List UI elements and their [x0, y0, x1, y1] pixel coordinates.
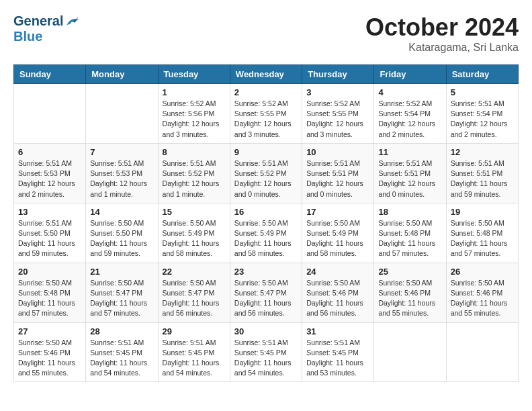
calendar-cell: [446, 322, 518, 382]
calendar-cell: 11Sunrise: 5:51 AM Sunset: 5:51 PM Dayli…: [374, 143, 446, 203]
calendar-cell: 6Sunrise: 5:51 AM Sunset: 5:53 PM Daylig…: [14, 143, 86, 203]
weekday-header-row: SundayMondayTuesdayWednesdayThursdayFrid…: [14, 65, 519, 84]
day-number: 3: [306, 87, 369, 97]
day-info: Sunrise: 5:50 AM Sunset: 5:47 PM Dayligh…: [234, 278, 298, 319]
weekday-header-monday: Monday: [86, 65, 158, 84]
weekday-header-thursday: Thursday: [302, 65, 374, 84]
day-info: Sunrise: 5:50 AM Sunset: 5:48 PM Dayligh…: [18, 278, 81, 319]
weekday-header-sunday: Sunday: [14, 65, 86, 84]
day-number: 9: [234, 147, 298, 157]
calendar-cell: 3Sunrise: 5:52 AM Sunset: 5:55 PM Daylig…: [302, 84, 374, 144]
day-info: Sunrise: 5:51 AM Sunset: 5:54 PM Dayligh…: [451, 99, 514, 140]
calendar-cell: 18Sunrise: 5:50 AM Sunset: 5:48 PM Dayli…: [374, 203, 446, 263]
day-info: Sunrise: 5:51 AM Sunset: 5:52 PM Dayligh…: [163, 158, 226, 199]
day-info: Sunrise: 5:52 AM Sunset: 5:54 PM Dayligh…: [378, 99, 441, 140]
day-info: Sunrise: 5:52 AM Sunset: 5:55 PM Dayligh…: [234, 99, 298, 140]
day-number: 18: [378, 207, 441, 217]
calendar-cell: [14, 84, 86, 144]
calendar-cell: 7Sunrise: 5:51 AM Sunset: 5:53 PM Daylig…: [86, 143, 158, 203]
day-info: Sunrise: 5:51 AM Sunset: 5:51 PM Dayligh…: [306, 158, 369, 199]
day-info: Sunrise: 5:51 AM Sunset: 5:51 PM Dayligh…: [451, 158, 514, 199]
day-number: 5: [451, 87, 514, 97]
calendar-cell: 9Sunrise: 5:51 AM Sunset: 5:52 PM Daylig…: [230, 143, 302, 203]
day-info: Sunrise: 5:50 AM Sunset: 5:47 PM Dayligh…: [163, 278, 226, 319]
day-number: 4: [378, 87, 441, 97]
title-block: October 2024 Kataragama, Sri Lanka: [365, 13, 519, 54]
calendar-cell: 22Sunrise: 5:50 AM Sunset: 5:47 PM Dayli…: [158, 263, 230, 322]
calendar-cell: 12Sunrise: 5:51 AM Sunset: 5:51 PM Dayli…: [446, 143, 518, 203]
day-number: 12: [451, 147, 514, 157]
day-number: 7: [90, 147, 153, 157]
day-number: 13: [18, 207, 81, 217]
day-number: 2: [234, 87, 298, 97]
calendar-cell: 1Sunrise: 5:52 AM Sunset: 5:56 PM Daylig…: [158, 84, 230, 144]
week-row-5: 27Sunrise: 5:50 AM Sunset: 5:46 PM Dayli…: [14, 322, 519, 382]
day-number: 14: [90, 207, 153, 217]
logo-blue: Blue: [13, 29, 42, 44]
calendar-cell: 26Sunrise: 5:50 AM Sunset: 5:46 PM Dayli…: [446, 263, 518, 322]
calendar-cell: 31Sunrise: 5:51 AM Sunset: 5:45 PM Dayli…: [302, 322, 374, 382]
day-info: Sunrise: 5:51 AM Sunset: 5:50 PM Dayligh…: [18, 218, 81, 259]
day-info: Sunrise: 5:51 AM Sunset: 5:53 PM Dayligh…: [90, 158, 153, 199]
day-info: Sunrise: 5:50 AM Sunset: 5:48 PM Dayligh…: [451, 218, 514, 259]
calendar-cell: 28Sunrise: 5:51 AM Sunset: 5:45 PM Dayli…: [86, 322, 158, 382]
week-row-4: 20Sunrise: 5:50 AM Sunset: 5:48 PM Dayli…: [14, 263, 519, 322]
day-number: 16: [234, 207, 298, 217]
calendar-table: SundayMondayTuesdayWednesdayThursdayFrid…: [13, 64, 519, 382]
day-number: 22: [163, 267, 226, 277]
day-number: 23: [234, 267, 298, 277]
logo-general: General: [13, 13, 63, 29]
calendar-cell: 2Sunrise: 5:52 AM Sunset: 5:55 PM Daylig…: [230, 84, 302, 144]
day-info: Sunrise: 5:50 AM Sunset: 5:49 PM Dayligh…: [163, 218, 226, 259]
weekday-header-friday: Friday: [374, 65, 446, 84]
calendar-cell: 19Sunrise: 5:50 AM Sunset: 5:48 PM Dayli…: [446, 203, 518, 263]
day-number: 21: [90, 267, 153, 277]
day-info: Sunrise: 5:50 AM Sunset: 5:46 PM Dayligh…: [306, 278, 369, 319]
day-info: Sunrise: 5:50 AM Sunset: 5:46 PM Dayligh…: [451, 278, 514, 319]
calendar-cell: 20Sunrise: 5:50 AM Sunset: 5:48 PM Dayli…: [14, 263, 86, 322]
day-number: 17: [306, 207, 369, 217]
calendar-cell: 21Sunrise: 5:50 AM Sunset: 5:47 PM Dayli…: [86, 263, 158, 322]
week-row-3: 13Sunrise: 5:51 AM Sunset: 5:50 PM Dayli…: [14, 203, 519, 263]
calendar-cell: 29Sunrise: 5:51 AM Sunset: 5:45 PM Dayli…: [158, 322, 230, 382]
day-info: Sunrise: 5:52 AM Sunset: 5:56 PM Dayligh…: [163, 99, 226, 140]
calendar-cell: 15Sunrise: 5:50 AM Sunset: 5:49 PM Dayli…: [158, 203, 230, 263]
day-number: 27: [18, 326, 81, 336]
calendar-cell: 5Sunrise: 5:51 AM Sunset: 5:54 PM Daylig…: [446, 84, 518, 144]
day-info: Sunrise: 5:51 AM Sunset: 5:45 PM Dayligh…: [234, 338, 298, 379]
day-info: Sunrise: 5:51 AM Sunset: 5:52 PM Dayligh…: [234, 158, 298, 199]
calendar-cell: 8Sunrise: 5:51 AM Sunset: 5:52 PM Daylig…: [158, 143, 230, 203]
day-number: 24: [306, 267, 369, 277]
day-number: 1: [163, 87, 226, 97]
month-title: October 2024: [365, 13, 519, 42]
calendar-cell: 23Sunrise: 5:50 AM Sunset: 5:47 PM Dayli…: [230, 263, 302, 322]
day-info: Sunrise: 5:50 AM Sunset: 5:46 PM Dayligh…: [18, 338, 81, 379]
day-number: 20: [18, 267, 81, 277]
calendar-cell: 4Sunrise: 5:52 AM Sunset: 5:54 PM Daylig…: [374, 84, 446, 144]
day-number: 30: [234, 326, 298, 336]
calendar-cell: 25Sunrise: 5:50 AM Sunset: 5:46 PM Dayli…: [374, 263, 446, 322]
calendar-cell: 14Sunrise: 5:50 AM Sunset: 5:50 PM Dayli…: [86, 203, 158, 263]
day-number: 31: [306, 326, 369, 336]
calendar-cell: 30Sunrise: 5:51 AM Sunset: 5:45 PM Dayli…: [230, 322, 302, 382]
calendar-cell: 16Sunrise: 5:50 AM Sunset: 5:49 PM Dayli…: [230, 203, 302, 263]
calendar-cell: 17Sunrise: 5:50 AM Sunset: 5:49 PM Dayli…: [302, 203, 374, 263]
day-info: Sunrise: 5:51 AM Sunset: 5:51 PM Dayligh…: [378, 158, 441, 199]
location: Kataragama, Sri Lanka: [365, 42, 519, 54]
day-number: 19: [451, 207, 514, 217]
day-info: Sunrise: 5:50 AM Sunset: 5:50 PM Dayligh…: [90, 218, 153, 259]
day-number: 25: [378, 267, 441, 277]
logo-bird-icon: [64, 15, 81, 28]
day-info: Sunrise: 5:50 AM Sunset: 5:47 PM Dayligh…: [90, 278, 153, 319]
day-info: Sunrise: 5:51 AM Sunset: 5:45 PM Dayligh…: [90, 338, 153, 379]
day-number: 29: [163, 326, 226, 336]
calendar-cell: 13Sunrise: 5:51 AM Sunset: 5:50 PM Dayli…: [14, 203, 86, 263]
day-info: Sunrise: 5:50 AM Sunset: 5:49 PM Dayligh…: [306, 218, 369, 259]
week-row-1: 1Sunrise: 5:52 AM Sunset: 5:56 PM Daylig…: [14, 84, 519, 144]
calendar-cell: 24Sunrise: 5:50 AM Sunset: 5:46 PM Dayli…: [302, 263, 374, 322]
weekday-header-tuesday: Tuesday: [158, 65, 230, 84]
day-info: Sunrise: 5:50 AM Sunset: 5:49 PM Dayligh…: [234, 218, 298, 259]
day-info: Sunrise: 5:51 AM Sunset: 5:45 PM Dayligh…: [306, 338, 369, 379]
day-info: Sunrise: 5:50 AM Sunset: 5:48 PM Dayligh…: [378, 218, 441, 259]
calendar-cell: [374, 322, 446, 382]
